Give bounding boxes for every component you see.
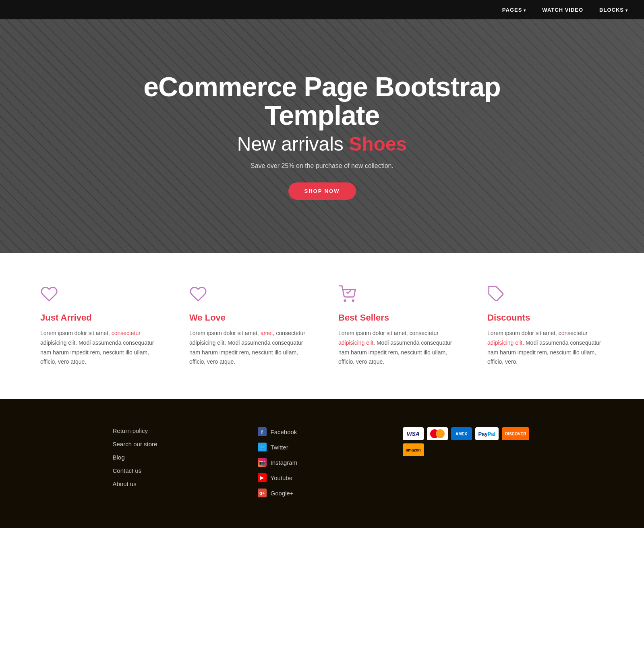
footer-googleplus-link[interactable]: g+ Google+	[258, 489, 387, 497]
nav-pages[interactable]: PAGES▾	[502, 7, 526, 13]
top-navigation: PAGES▾ WATCH VIDEO BLOCKS▾	[0, 0, 644, 19]
features-section: Just Arrived Lorem ipsum dolor sit amet,…	[0, 253, 644, 399]
footer-link-search[interactable]: Search our store	[113, 441, 242, 447]
svg-point-0	[344, 300, 346, 302]
discover-badge: DISCOVER	[502, 427, 529, 440]
footer-twitter-link[interactable]: 🐦 Twitter	[258, 443, 387, 451]
footer-payments-column: VISA AMEX PayPal DISCOVER amazon	[395, 427, 540, 504]
amex-badge: AMEX	[451, 427, 472, 440]
footer-link-blog[interactable]: Blog	[113, 454, 242, 461]
shop-now-button[interactable]: SHOP NOW	[288, 182, 356, 200]
footer-youtube-link[interactable]: ▶ Youtube	[258, 473, 387, 482]
facebook-icon: f	[258, 427, 267, 436]
nav-blocks[interactable]: BLOCKS▾	[599, 7, 628, 13]
svg-point-1	[352, 300, 354, 302]
nav-watch-video[interactable]: WATCH VIDEO	[542, 7, 583, 13]
footer-link-return-policy[interactable]: Return policy	[113, 427, 242, 434]
hero-content: eCommerce Page Bootstrap Template New ar…	[141, 72, 503, 200]
paypal-badge: PayPal	[475, 427, 499, 440]
amazon-badge: amazon	[403, 443, 424, 456]
feature-desc-discounts: Lorem ipsum dolor sit amet, consectetur …	[487, 329, 604, 367]
footer-facebook-link[interactable]: f Facebook	[258, 427, 387, 436]
twitter-icon: 🐦	[258, 443, 267, 451]
footer-link-contact[interactable]: Contact us	[113, 467, 242, 474]
hero-description: Save over 25% on the purchase of new col…	[141, 162, 503, 170]
footer-inner: Return policy Search our store Blog Cont…	[81, 427, 564, 504]
feature-desc-we-love: Lorem ipsum dolor sit amet, amet, consec…	[189, 329, 306, 367]
feature-title-we-love: We Love	[189, 313, 306, 323]
visa-badge: VISA	[403, 427, 424, 440]
footer-social-column: f Facebook 🐦 Twitter 📷 Instagram ▶ Youtu…	[250, 427, 395, 504]
feature-just-arrived: Just Arrived Lorem ipsum dolor sit amet,…	[24, 285, 173, 367]
feature-desc-just-arrived: Lorem ipsum dolor sit amet, consectetur …	[40, 329, 157, 367]
tag-icon	[487, 285, 604, 304]
mastercard-badge	[427, 427, 448, 440]
footer-links-column: Return policy Search our store Blog Cont…	[105, 427, 250, 504]
hero-title-sub: New arrivals Shoes	[141, 133, 503, 155]
hero-section: eCommerce Page Bootstrap Template New ar…	[0, 19, 644, 253]
feature-title-discounts: Discounts	[487, 313, 604, 323]
heart-icon	[40, 285, 157, 304]
payment-icons: VISA AMEX PayPal DISCOVER amazon	[403, 427, 532, 456]
footer: Return policy Search our store Blog Cont…	[0, 399, 644, 528]
feature-title-just-arrived: Just Arrived	[40, 313, 157, 323]
feature-we-love: We Love Lorem ipsum dolor sit amet, amet…	[173, 285, 322, 367]
hero-title-main: eCommerce Page Bootstrap Template	[141, 72, 503, 130]
footer-link-about[interactable]: About us	[113, 480, 242, 487]
feature-title-best-sellers: Best Sellers	[338, 313, 455, 323]
googleplus-icon: g+	[258, 489, 267, 497]
footer-instagram-link[interactable]: 📷 Instagram	[258, 458, 387, 467]
feature-best-sellers: Best Sellers Lorem ipsum dolor sit amet,…	[322, 285, 471, 367]
instagram-icon: 📷	[258, 458, 267, 467]
feature-desc-best-sellers: Lorem ipsum dolor sit amet, consectetur …	[338, 329, 455, 367]
cart-icon	[338, 285, 455, 304]
pages-arrow-icon: ▾	[524, 8, 526, 12]
youtube-icon: ▶	[258, 473, 267, 482]
heart-icon-2	[189, 285, 306, 304]
feature-discounts: Discounts Lorem ipsum dolor sit amet, co…	[471, 285, 620, 367]
blocks-arrow-icon: ▾	[625, 8, 628, 12]
